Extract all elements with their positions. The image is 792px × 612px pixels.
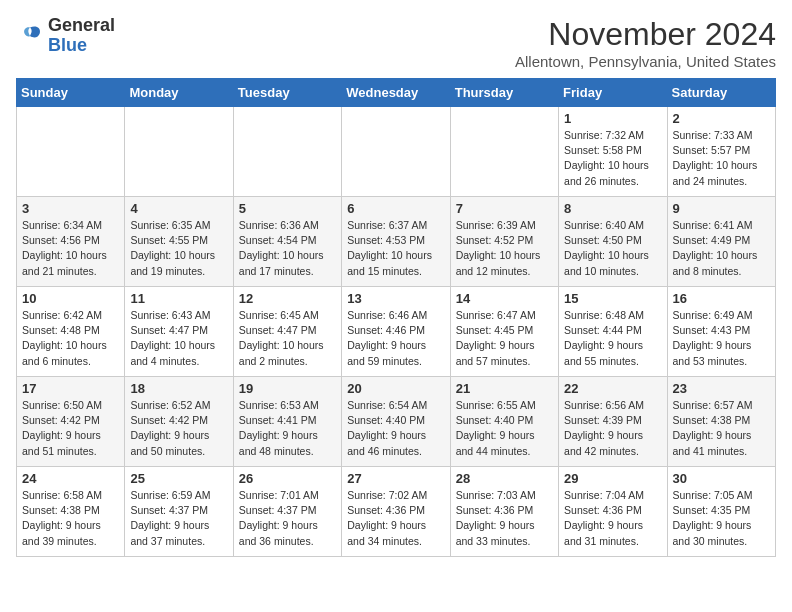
calendar-cell: 1Sunrise: 7:32 AM Sunset: 5:58 PM Daylig… bbox=[559, 107, 667, 197]
day-number: 3 bbox=[22, 201, 119, 216]
calendar-cell: 17Sunrise: 6:50 AM Sunset: 4:42 PM Dayli… bbox=[17, 377, 125, 467]
day-number: 26 bbox=[239, 471, 336, 486]
calendar-body: 1Sunrise: 7:32 AM Sunset: 5:58 PM Daylig… bbox=[17, 107, 776, 557]
calendar-cell: 8Sunrise: 6:40 AM Sunset: 4:50 PM Daylig… bbox=[559, 197, 667, 287]
header: General Blue November 2024 Allentown, Pe… bbox=[16, 16, 776, 70]
day-number: 22 bbox=[564, 381, 661, 396]
day-info: Sunrise: 6:54 AM Sunset: 4:40 PM Dayligh… bbox=[347, 398, 444, 459]
calendar-cell bbox=[450, 107, 558, 197]
logo: General Blue bbox=[16, 16, 115, 56]
day-number: 24 bbox=[22, 471, 119, 486]
calendar-cell: 15Sunrise: 6:48 AM Sunset: 4:44 PM Dayli… bbox=[559, 287, 667, 377]
calendar-cell bbox=[233, 107, 341, 197]
day-info: Sunrise: 6:58 AM Sunset: 4:38 PM Dayligh… bbox=[22, 488, 119, 549]
calendar-cell: 21Sunrise: 6:55 AM Sunset: 4:40 PM Dayli… bbox=[450, 377, 558, 467]
day-number: 25 bbox=[130, 471, 227, 486]
calendar-cell bbox=[342, 107, 450, 197]
calendar-cell: 2Sunrise: 7:33 AM Sunset: 5:57 PM Daylig… bbox=[667, 107, 775, 197]
day-number: 10 bbox=[22, 291, 119, 306]
calendar-week-row: 10Sunrise: 6:42 AM Sunset: 4:48 PM Dayli… bbox=[17, 287, 776, 377]
day-info: Sunrise: 6:52 AM Sunset: 4:42 PM Dayligh… bbox=[130, 398, 227, 459]
day-info: Sunrise: 6:47 AM Sunset: 4:45 PM Dayligh… bbox=[456, 308, 553, 369]
day-number: 9 bbox=[673, 201, 770, 216]
calendar-cell: 25Sunrise: 6:59 AM Sunset: 4:37 PM Dayli… bbox=[125, 467, 233, 557]
day-info: Sunrise: 6:53 AM Sunset: 4:41 PM Dayligh… bbox=[239, 398, 336, 459]
day-number: 5 bbox=[239, 201, 336, 216]
calendar-cell: 12Sunrise: 6:45 AM Sunset: 4:47 PM Dayli… bbox=[233, 287, 341, 377]
calendar-cell: 20Sunrise: 6:54 AM Sunset: 4:40 PM Dayli… bbox=[342, 377, 450, 467]
day-number: 29 bbox=[564, 471, 661, 486]
day-info: Sunrise: 6:43 AM Sunset: 4:47 PM Dayligh… bbox=[130, 308, 227, 369]
calendar-week-row: 24Sunrise: 6:58 AM Sunset: 4:38 PM Dayli… bbox=[17, 467, 776, 557]
calendar-cell: 7Sunrise: 6:39 AM Sunset: 4:52 PM Daylig… bbox=[450, 197, 558, 287]
day-info: Sunrise: 6:34 AM Sunset: 4:56 PM Dayligh… bbox=[22, 218, 119, 279]
day-info: Sunrise: 6:55 AM Sunset: 4:40 PM Dayligh… bbox=[456, 398, 553, 459]
calendar-cell: 26Sunrise: 7:01 AM Sunset: 4:37 PM Dayli… bbox=[233, 467, 341, 557]
day-number: 1 bbox=[564, 111, 661, 126]
logo-bird-icon bbox=[16, 22, 44, 50]
day-info: Sunrise: 6:35 AM Sunset: 4:55 PM Dayligh… bbox=[130, 218, 227, 279]
calendar-header-row: SundayMondayTuesdayWednesdayThursdayFrid… bbox=[17, 79, 776, 107]
day-info: Sunrise: 7:32 AM Sunset: 5:58 PM Dayligh… bbox=[564, 128, 661, 189]
day-number: 4 bbox=[130, 201, 227, 216]
day-info: Sunrise: 7:33 AM Sunset: 5:57 PM Dayligh… bbox=[673, 128, 770, 189]
calendar-cell: 23Sunrise: 6:57 AM Sunset: 4:38 PM Dayli… bbox=[667, 377, 775, 467]
day-number: 12 bbox=[239, 291, 336, 306]
calendar-cell: 10Sunrise: 6:42 AM Sunset: 4:48 PM Dayli… bbox=[17, 287, 125, 377]
day-info: Sunrise: 6:45 AM Sunset: 4:47 PM Dayligh… bbox=[239, 308, 336, 369]
calendar-header-saturday: Saturday bbox=[667, 79, 775, 107]
calendar-cell: 22Sunrise: 6:56 AM Sunset: 4:39 PM Dayli… bbox=[559, 377, 667, 467]
day-number: 30 bbox=[673, 471, 770, 486]
calendar-cell: 14Sunrise: 6:47 AM Sunset: 4:45 PM Dayli… bbox=[450, 287, 558, 377]
day-number: 28 bbox=[456, 471, 553, 486]
calendar-week-row: 1Sunrise: 7:32 AM Sunset: 5:58 PM Daylig… bbox=[17, 107, 776, 197]
day-info: Sunrise: 6:56 AM Sunset: 4:39 PM Dayligh… bbox=[564, 398, 661, 459]
day-number: 11 bbox=[130, 291, 227, 306]
day-info: Sunrise: 6:39 AM Sunset: 4:52 PM Dayligh… bbox=[456, 218, 553, 279]
day-info: Sunrise: 7:03 AM Sunset: 4:36 PM Dayligh… bbox=[456, 488, 553, 549]
day-number: 16 bbox=[673, 291, 770, 306]
day-number: 2 bbox=[673, 111, 770, 126]
day-number: 15 bbox=[564, 291, 661, 306]
day-info: Sunrise: 6:49 AM Sunset: 4:43 PM Dayligh… bbox=[673, 308, 770, 369]
calendar-cell: 18Sunrise: 6:52 AM Sunset: 4:42 PM Dayli… bbox=[125, 377, 233, 467]
day-info: Sunrise: 6:41 AM Sunset: 4:49 PM Dayligh… bbox=[673, 218, 770, 279]
day-info: Sunrise: 6:48 AM Sunset: 4:44 PM Dayligh… bbox=[564, 308, 661, 369]
day-number: 23 bbox=[673, 381, 770, 396]
day-info: Sunrise: 6:37 AM Sunset: 4:53 PM Dayligh… bbox=[347, 218, 444, 279]
day-info: Sunrise: 7:04 AM Sunset: 4:36 PM Dayligh… bbox=[564, 488, 661, 549]
calendar-header-thursday: Thursday bbox=[450, 79, 558, 107]
calendar-cell: 27Sunrise: 7:02 AM Sunset: 4:36 PM Dayli… bbox=[342, 467, 450, 557]
calendar-header-friday: Friday bbox=[559, 79, 667, 107]
day-number: 20 bbox=[347, 381, 444, 396]
day-number: 17 bbox=[22, 381, 119, 396]
calendar-cell: 13Sunrise: 6:46 AM Sunset: 4:46 PM Dayli… bbox=[342, 287, 450, 377]
day-number: 6 bbox=[347, 201, 444, 216]
calendar-header-wednesday: Wednesday bbox=[342, 79, 450, 107]
calendar-cell: 11Sunrise: 6:43 AM Sunset: 4:47 PM Dayli… bbox=[125, 287, 233, 377]
day-info: Sunrise: 6:46 AM Sunset: 4:46 PM Dayligh… bbox=[347, 308, 444, 369]
day-info: Sunrise: 6:59 AM Sunset: 4:37 PM Dayligh… bbox=[130, 488, 227, 549]
calendar-cell: 19Sunrise: 6:53 AM Sunset: 4:41 PM Dayli… bbox=[233, 377, 341, 467]
calendar-table: SundayMondayTuesdayWednesdayThursdayFrid… bbox=[16, 78, 776, 557]
calendar-cell: 29Sunrise: 7:04 AM Sunset: 4:36 PM Dayli… bbox=[559, 467, 667, 557]
day-number: 14 bbox=[456, 291, 553, 306]
day-number: 7 bbox=[456, 201, 553, 216]
calendar-header-monday: Monday bbox=[125, 79, 233, 107]
logo-text: General Blue bbox=[48, 16, 115, 56]
day-number: 13 bbox=[347, 291, 444, 306]
day-info: Sunrise: 7:02 AM Sunset: 4:36 PM Dayligh… bbox=[347, 488, 444, 549]
calendar-week-row: 17Sunrise: 6:50 AM Sunset: 4:42 PM Dayli… bbox=[17, 377, 776, 467]
calendar-cell: 30Sunrise: 7:05 AM Sunset: 4:35 PM Dayli… bbox=[667, 467, 775, 557]
day-number: 18 bbox=[130, 381, 227, 396]
calendar-cell: 16Sunrise: 6:49 AM Sunset: 4:43 PM Dayli… bbox=[667, 287, 775, 377]
calendar-cell: 6Sunrise: 6:37 AM Sunset: 4:53 PM Daylig… bbox=[342, 197, 450, 287]
day-info: Sunrise: 6:36 AM Sunset: 4:54 PM Dayligh… bbox=[239, 218, 336, 279]
calendar-cell: 24Sunrise: 6:58 AM Sunset: 4:38 PM Dayli… bbox=[17, 467, 125, 557]
day-info: Sunrise: 7:01 AM Sunset: 4:37 PM Dayligh… bbox=[239, 488, 336, 549]
calendar-cell: 28Sunrise: 7:03 AM Sunset: 4:36 PM Dayli… bbox=[450, 467, 558, 557]
calendar-week-row: 3Sunrise: 6:34 AM Sunset: 4:56 PM Daylig… bbox=[17, 197, 776, 287]
title-area: November 2024 Allentown, Pennsylvania, U… bbox=[515, 16, 776, 70]
day-info: Sunrise: 6:50 AM Sunset: 4:42 PM Dayligh… bbox=[22, 398, 119, 459]
calendar-cell: 4Sunrise: 6:35 AM Sunset: 4:55 PM Daylig… bbox=[125, 197, 233, 287]
